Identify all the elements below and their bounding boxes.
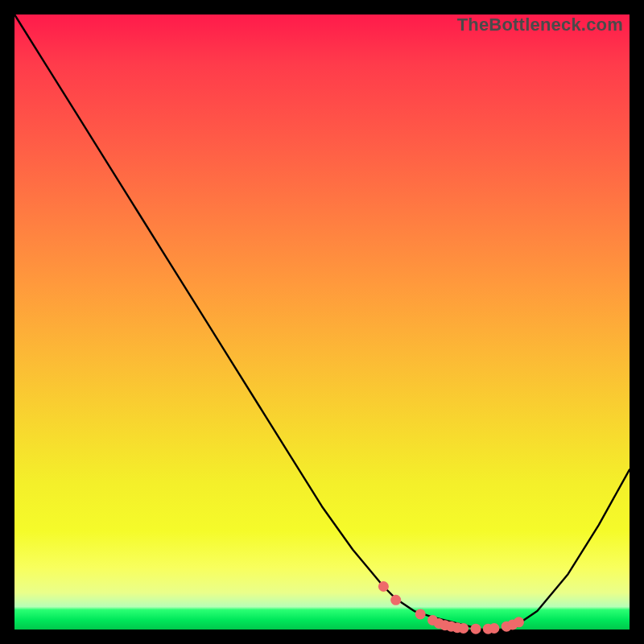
watermark-text: TheBottleneck.com bbox=[457, 14, 623, 35]
bottleneck-marker-group bbox=[378, 581, 524, 634]
bottleneck-marker bbox=[489, 623, 499, 634]
chart-svg bbox=[14, 14, 630, 630]
bottleneck-curve-line bbox=[14, 14, 630, 630]
chart-frame: TheBottleneck.com bbox=[14, 14, 630, 630]
bottleneck-marker bbox=[458, 623, 469, 634]
bottleneck-marker bbox=[415, 609, 426, 619]
bottleneck-marker bbox=[378, 581, 389, 592]
bottleneck-marker bbox=[390, 595, 401, 605]
bottleneck-marker bbox=[514, 617, 524, 627]
bottleneck-marker bbox=[471, 624, 481, 634]
